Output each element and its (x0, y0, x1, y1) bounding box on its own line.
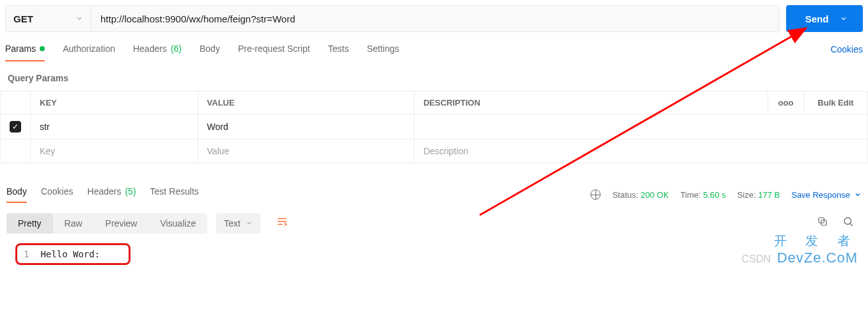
resp-tab-headers-count: (5) (125, 186, 136, 197)
bulk-edit-button[interactable]: Bulk Edit (804, 92, 868, 115)
resp-tab-headers[interactable]: Headers (5) (88, 186, 136, 203)
tab-prerequest[interactable]: Pre-request Script (238, 44, 310, 61)
response-tabs: Body Cookies Headers (5) Test Results St… (0, 163, 868, 203)
table-row-empty: Key Value Description (1, 140, 868, 163)
row-desc[interactable] (414, 115, 867, 140)
view-visualize-button[interactable]: Visualize (148, 213, 207, 234)
http-method-select[interactable]: GET (5, 5, 91, 32)
tab-tests[interactable]: Tests (328, 44, 349, 61)
send-button[interactable]: Send (786, 5, 863, 32)
response-text: Hello Word: (40, 249, 100, 259)
search-icon[interactable] (842, 216, 854, 230)
response-body[interactable]: 1 Hello Word: (15, 243, 130, 265)
response-body-toolbar: Pretty Raw Preview Visualize Text (0, 203, 868, 239)
row-checkbox[interactable]: ✓ (10, 121, 21, 132)
svg-point-4 (844, 218, 851, 225)
wrap-lines-icon[interactable] (269, 212, 295, 234)
tab-headers-label: Headers (133, 44, 167, 54)
row-key-placeholder[interactable]: Key (31, 140, 198, 163)
tab-authorization[interactable]: Authorization (63, 44, 115, 61)
save-response-label: Save Response (791, 190, 850, 200)
view-pretty-button[interactable]: Pretty (6, 213, 53, 234)
url-value: http://localhost:9900/wx/home/feign?str=… (100, 13, 295, 24)
query-params-table: KEY VALUE DESCRIPTION ooo Bulk Edit ✓ st… (0, 91, 868, 163)
status-value: 200 OK (641, 190, 669, 200)
view-raw-button[interactable]: Raw (53, 213, 94, 234)
url-input[interactable]: http://localhost:9900/wx/home/feign?str=… (91, 5, 780, 32)
watermark-en: DevZe.CoM (777, 250, 858, 266)
tab-headers-count: (6) (171, 44, 182, 54)
size-label: Size: (738, 190, 756, 200)
chevron-down-icon[interactable] (840, 13, 848, 24)
status-label: Status: (612, 190, 638, 200)
resp-tab-headers-label: Headers (88, 186, 122, 197)
language-value: Text (224, 218, 241, 229)
watermark-csdn: CSDN (741, 253, 770, 264)
time-label: Time: (681, 190, 701, 200)
view-mode-group: Pretty Raw Preview Visualize (6, 213, 207, 234)
save-response-button[interactable]: Save Response (791, 190, 862, 200)
request-bar: GET http://localhost:9900/wx/home/feign?… (0, 0, 868, 32)
chevron-down-icon (75, 13, 83, 24)
row-checkbox-cell: ✓ (1, 115, 31, 140)
view-preview-button[interactable]: Preview (94, 213, 149, 234)
row-value[interactable]: Word (198, 115, 414, 140)
send-label: Send (805, 13, 829, 24)
row-key[interactable]: str (31, 115, 198, 140)
query-params-title: Query Params (0, 61, 868, 91)
row-value-placeholder[interactable]: Value (198, 140, 414, 163)
col-key: KEY (31, 92, 198, 115)
tab-body[interactable]: Body (200, 44, 220, 61)
language-select[interactable]: Text (216, 213, 260, 234)
col-checkbox (1, 92, 31, 115)
time-value: 5.60 s (703, 190, 725, 200)
tab-params-label: Params (5, 44, 36, 54)
size-value: 177 B (758, 190, 780, 200)
row-desc-placeholder[interactable]: Description (414, 140, 867, 163)
resp-tab-body[interactable]: Body (6, 186, 27, 203)
resp-tab-test-results[interactable]: Test Results (150, 186, 199, 203)
table-row: ✓ str Word (1, 115, 868, 140)
response-meta: Status: 200 OK Time: 5.60 s Size: 177 B … (590, 189, 862, 200)
http-method-value: GET (13, 13, 33, 24)
copy-icon[interactable] (817, 216, 828, 230)
tab-settings[interactable]: Settings (367, 44, 399, 61)
status-block: Status: 200 OK (612, 190, 668, 200)
size-block: Size: 177 B (738, 190, 780, 200)
time-block: Time: 5.60 s (681, 190, 726, 200)
cookies-link[interactable]: Cookies (830, 44, 863, 61)
svg-line-5 (850, 223, 853, 226)
toolbar-right (817, 216, 862, 230)
globe-icon[interactable] (590, 189, 601, 200)
tab-params[interactable]: Params (5, 44, 45, 61)
row-checkbox-cell (1, 140, 31, 163)
status-dot-icon (40, 46, 45, 51)
col-desc: DESCRIPTION (414, 92, 768, 115)
line-number: 1 (24, 249, 29, 259)
request-tabs: Params Authorization Headers (6) Body Pr… (0, 32, 868, 61)
more-options-button[interactable]: ooo (768, 92, 804, 115)
resp-tab-cookies[interactable]: Cookies (41, 186, 74, 203)
col-value: VALUE (198, 92, 414, 115)
tab-headers[interactable]: Headers (6) (133, 44, 182, 61)
